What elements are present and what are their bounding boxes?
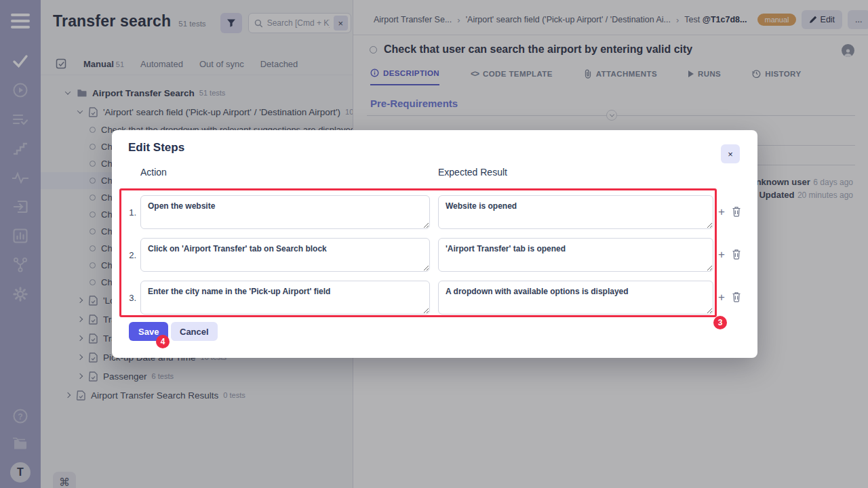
step-number: 1. [124,207,136,218]
step-action-input[interactable] [140,281,430,314]
modal-close-button[interactable]: × [721,144,740,163]
step-expected-result-input[interactable] [438,238,713,272]
expected-result-column-header: Expected Result [438,167,507,178]
edit-steps-modal: Edit Steps × Action Expected Result 1.+2… [112,130,757,358]
step-row: 1.+ [112,195,757,229]
add-step-button[interactable]: + [714,289,729,304]
step-number: 2. [124,250,136,260]
annotation-number-4: 4 [156,335,170,348]
delete-step-button[interactable] [730,249,743,261]
step-row: 3.+ [112,281,757,314]
add-step-button[interactable]: + [714,204,729,219]
step-action-input[interactable] [140,195,430,229]
delete-step-button[interactable] [730,291,743,304]
step-expected-result-input[interactable] [438,281,713,314]
step-action-input[interactable] [140,238,430,272]
step-number: 3. [124,293,136,303]
step-expected-result-input[interactable] [438,195,713,229]
steps-list: 1.+2.+3.+ [112,195,757,323]
add-step-button[interactable]: + [714,247,729,262]
action-column-header: Action [140,167,167,178]
annotation-number-3: 3 [713,316,727,329]
delete-step-button[interactable] [730,206,743,218]
step-row: 2.+ [112,238,757,272]
modal-title: Edit Steps [128,141,184,155]
cancel-button[interactable]: Cancel [171,322,218,341]
